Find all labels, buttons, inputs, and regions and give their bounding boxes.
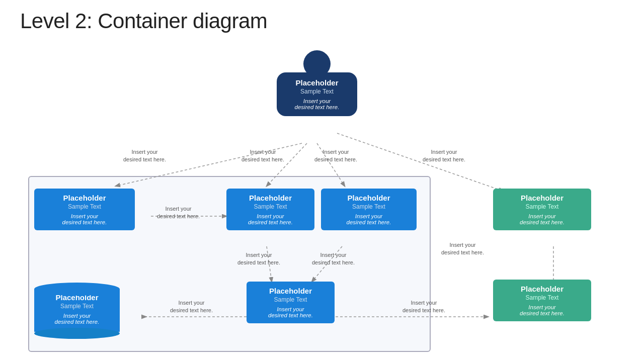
green-box1-sub: Sample Text [500, 203, 584, 210]
ann10: Insert yourdesired text here. [441, 241, 484, 257]
cylinder-bottom [34, 328, 120, 339]
ann3: Insert yourdesired text here. [314, 148, 357, 164]
box2-title: Placeholder [233, 194, 307, 202]
box1-sub: Sample Text [41, 203, 128, 210]
person-subtitle: Sample Text [284, 88, 350, 95]
person-title: Placeholder [284, 78, 350, 87]
box3-sub: Sample Text [328, 203, 410, 210]
green-box2-title: Placeholder [500, 285, 584, 293]
box1-text: Insert yourdesired text here. [41, 213, 128, 225]
green-box1-text: Insert yourdesired text here. [500, 213, 584, 225]
cylinder-sub: Sample Text [41, 303, 113, 310]
ann9: Insert yourdesired text here. [403, 299, 445, 315]
green-box1-title: Placeholder [500, 194, 584, 202]
box2-text: Insert yourdesired text here. [233, 213, 307, 225]
person-node: Placeholder Sample Text Insert yourdesir… [277, 50, 357, 116]
box5: Placeholder Sample Text Insert yourdesir… [247, 282, 335, 323]
page-title: Level 2: Container diagram [20, 9, 267, 33]
green-box2-text: Insert yourdesired text here. [500, 304, 584, 316]
box3: Placeholder Sample Text Insert yourdesir… [321, 189, 417, 230]
person-body: Placeholder Sample Text Insert yourdesir… [277, 72, 357, 116]
cylinder-text: Insert yourdesired text here. [41, 313, 113, 325]
box2-sub: Sample Text [233, 203, 307, 210]
box1-title: Placeholder [41, 194, 128, 202]
ann7: Insert yourdesired text here. [312, 251, 355, 267]
box3-text: Insert yourdesired text here. [328, 213, 410, 225]
box5-title: Placeholder [254, 287, 328, 295]
box1: Placeholder Sample Text Insert yourdesir… [34, 189, 135, 230]
box5-sub: Sample Text [254, 296, 328, 303]
ann5: Insert yourdesired text here. [157, 205, 200, 221]
ann8: Insert yourdesired text here. [170, 299, 213, 315]
green-box2-sub: Sample Text [500, 294, 584, 301]
ann6: Insert yourdesired text here. [237, 251, 280, 267]
cylinder-node: Placeholder Sample Text Insert yourdesir… [34, 283, 120, 339]
ann2: Insert yourdesired text here. [242, 148, 284, 164]
green-box1: Placeholder Sample Text Insert yourdesir… [493, 189, 591, 230]
cylinder-top [34, 283, 120, 296]
person-text: Insert yourdesired text here. [284, 98, 350, 110]
green-box2: Placeholder Sample Text Insert yourdesir… [493, 280, 591, 321]
ann1: Insert yourdesired text here. [123, 148, 166, 164]
box3-title: Placeholder [328, 194, 410, 202]
box2: Placeholder Sample Text Insert yourdesir… [226, 189, 314, 230]
box5-text: Insert yourdesired text here. [254, 306, 328, 318]
ann4: Insert yourdesired text here. [423, 148, 465, 164]
